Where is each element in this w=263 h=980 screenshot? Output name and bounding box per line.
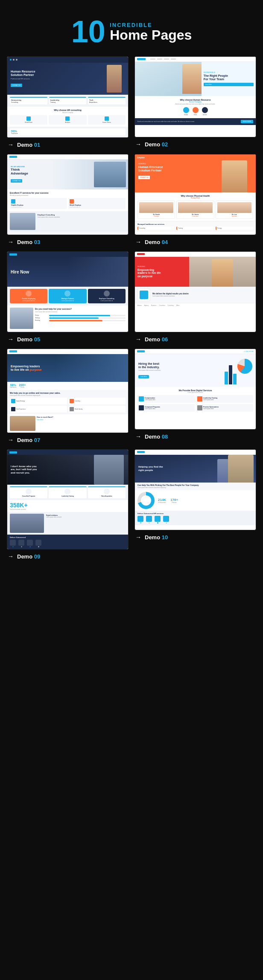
- demo-item-02[interactable]: INCREDIBLE The Right PeopleFor Your Team…: [134, 56, 256, 148]
- demo-label-04: → Demo 04: [134, 238, 256, 245]
- d06-hero-left: INCREDIBLE Empoweringleaders to live lif…: [135, 257, 189, 287]
- demo-item-06[interactable]: INCREDIBLE Empoweringleaders to live lif…: [134, 251, 256, 343]
- demo-item-04[interactable]: Emplox INCREDIBLE Human ResourceSolution…: [134, 154, 256, 245]
- d04-service-2: Training: [176, 227, 214, 230]
- d01-card-text-3: Acquisitions: [89, 102, 124, 103]
- d02-link: [157, 58, 162, 60]
- d10-hero-title: Helping you find theright people: [138, 465, 163, 471]
- simple-icon: [70, 199, 74, 204]
- d05-bar-label-3: Branding: [35, 320, 48, 321]
- d04-card-1: Dr. Smith Therapist: [137, 201, 175, 219]
- d04-card-role-2: Consultant: [178, 215, 212, 217]
- d07-stat-num-1: 98%: [10, 384, 17, 387]
- d07-stat-2: 200+ Clients: [19, 384, 26, 388]
- demo-item-07[interactable]: Empowering leadersto live life on purpos…: [7, 349, 129, 443]
- d04-managed-services: Consulting Training Therapy: [137, 227, 253, 230]
- d03-hero: WE ARE AWESOME ThinkAdvantage CONTACT US: [7, 160, 128, 189]
- d10-stat-label-1: Professionals: [158, 502, 166, 503]
- d06-person-img: [212, 259, 233, 287]
- d10-person-img: [228, 455, 254, 483]
- dot: [10, 59, 12, 61]
- d01-card-title-1: Outsourcing: [11, 99, 46, 101]
- d10-hero: Helping you find theright people: [135, 455, 256, 483]
- d08-hero-visual: [222, 357, 252, 384]
- d03-contact-btn[interactable]: CONTACT US: [11, 179, 22, 183]
- d10-helping: Can Help You With Picking Out The Best P…: [135, 483, 256, 490]
- d09-icon-box-1: [10, 540, 16, 546]
- dot: [13, 59, 15, 61]
- practice-icon: [197, 405, 202, 410]
- d07-learn-btn[interactable]: Learn More: [37, 419, 43, 421]
- demo-num-03: Demo 03: [17, 239, 40, 245]
- page-wrapper: 10 INCREDIBLE Home Pages Human ResourceS…: [0, 0, 263, 573]
- d02-hero-title: The Right PeopleFor Your Team: [204, 74, 254, 81]
- globe-icon: [26, 116, 31, 121]
- demo-preview-02: INCREDIBLE The Right PeopleFor Your Team…: [134, 56, 256, 137]
- demo-item-09[interactable]: I don't know who youare, but I will find…: [7, 449, 129, 560]
- d07-stats-row: 98% Satisfaction 200+ Clients: [7, 382, 128, 390]
- dot: [16, 59, 18, 61]
- d10-deliver-icons: 🌐 📋 👥 📊: [137, 516, 253, 523]
- d03-card-text-2: Lorem ipsum dolor sit: [70, 206, 124, 208]
- d02-hero: INCREDIBLE The Right PeopleFor Your Team…: [135, 62, 256, 96]
- d05-bar-fill-3: [49, 320, 102, 321]
- d09-service-cards: Cross-Side Programs Leadership Training …: [7, 485, 128, 500]
- d02-icon-circle-1: [183, 107, 189, 113]
- d10-deliver-icon-4: 📊: [163, 516, 169, 523]
- d04-card-2: Dr. Jones Consultant: [176, 201, 214, 219]
- d03-cards: Graphic Employs Lorem ipsum dolor sit Si…: [10, 198, 126, 209]
- d02-icon-label-1: Global: [183, 114, 189, 116]
- d04-contact-btn[interactable]: CONTACT US: [138, 176, 150, 179]
- d03-hero-text: WE ARE AWESOME ThinkAdvantage CONTACT US: [11, 166, 28, 183]
- d08-hero: Hiring the bestin the industry. Lorem ip…: [135, 354, 256, 387]
- demo-item-05[interactable]: Hire Now Flexible Employing Lorem ipsum …: [7, 251, 129, 343]
- d06-delivers-title: We deliver the digital results you desir…: [152, 293, 253, 295]
- demo-num-02: Demo 02: [145, 141, 168, 148]
- accent-text: purpose: [30, 368, 42, 371]
- d08-logo: [137, 350, 145, 352]
- d01-contact-btn[interactable]: CONTACT US: [11, 84, 22, 87]
- d05-bar-fill-2: [49, 317, 99, 319]
- demo-label-07: → Demo 07: [7, 436, 129, 443]
- d04-card-img-2: [178, 202, 212, 213]
- demo-preview-06: INCREDIBLE Empoweringleaders to live lif…: [134, 251, 256, 332]
- d01-card-text-2: Training: [50, 102, 85, 103]
- demo-item-01[interactable]: Human ResourceSolution Partner Professio…: [7, 56, 129, 148]
- d05-content: Do you need help for your success? Lorem…: [35, 308, 126, 329]
- d08-services-sub: Lorem ipsum dolor sit amet: [137, 392, 253, 393]
- d08-service-desc-2: Lorem ipsum dolor: [203, 399, 217, 401]
- d01-why-sub: Services Company: [10, 112, 126, 113]
- d04-card-img-3: [217, 202, 251, 213]
- demos-grid: Human ResourceSolution Partner Professio…: [7, 56, 256, 560]
- d05-card-title-2: Strategic Partners: [61, 298, 74, 300]
- d04-managed-title: Managed healthcare our services: [137, 223, 253, 225]
- d02-learn-btn[interactable]: Learn More: [204, 83, 254, 86]
- header-home: Home Pages: [110, 28, 192, 42]
- demo-item-10[interactable]: Helping you find theright people Can Hel…: [134, 449, 256, 560]
- d02-bottom-btn[interactable]: SIGN IN NOW: [241, 120, 253, 123]
- d05-bar-track-3: [49, 320, 126, 321]
- d02-hero-content: INCREDIBLE The Right PeopleFor Your Team…: [202, 62, 256, 96]
- d08-learn-btn[interactable]: Learn More: [138, 375, 149, 378]
- d10-deliver-icon-1: 🌐: [137, 516, 143, 523]
- d03-card-text-1: Lorem ipsum dolor sit: [11, 206, 66, 208]
- d10-nav: [135, 450, 256, 455]
- d10-deliver: Deliver Outsourced HR services 🌐 📋: [135, 511, 256, 525]
- d10-stat-label-2: Partners: [170, 502, 178, 503]
- d02-face-img: [182, 64, 202, 94]
- d09-service-title-1: Cross-Side Programs: [11, 495, 46, 497]
- d06-ticker: Advisor Agency Business Consultant Consu…: [135, 303, 256, 308]
- d09-stats-section: 358K+ Total professionals recruited: [7, 500, 128, 512]
- d05-bottom-text: Lorem ipsum dolor sit amet consectetur: [35, 311, 126, 313]
- d05-bottom: Do you need help for your success? Lorem…: [7, 305, 128, 331]
- d10-helping-text: Lorem ipsum dolor sit amet consectetur a…: [137, 487, 253, 489]
- d03-card-2: Simple Employs Lorem ipsum dolor sit: [68, 198, 126, 209]
- arrow-icon-03: →: [8, 238, 14, 245]
- d06-delivers-text: We deliver the digital results you desir…: [152, 293, 253, 297]
- demo-item-08[interactable]: +1 (234) 567-890 Hiring the bestin the i…: [134, 349, 256, 443]
- d10-stat-2: 178+ Partners: [170, 498, 178, 503]
- d01-card-1: Outsourcing Consulting: [10, 97, 47, 105]
- demo-item-03[interactable]: WE ARE AWESOME ThinkAdvantage CONTACT US…: [7, 154, 129, 245]
- d09-icon-label-4: 📊: [35, 546, 41, 547]
- hr-icon: [11, 199, 15, 204]
